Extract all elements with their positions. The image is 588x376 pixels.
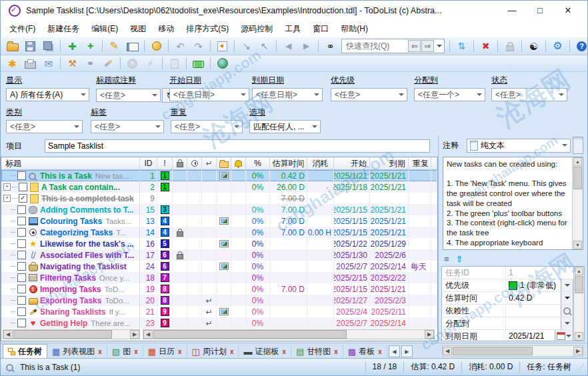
column-header-start[interactable]: 开始	[334, 157, 370, 169]
tab-kanban[interactable]: ▩看板x	[343, 345, 387, 359]
edit-title-button[interactable]: ✎	[106, 39, 123, 53]
tabs-scroll-right-button[interactable]: ▶	[401, 345, 413, 357]
comments-sidebar-button[interactable]	[573, 137, 583, 154]
tab-task-tree[interactable]: 任务树	[3, 344, 47, 359]
sort-button[interactable]: ⇅	[453, 39, 470, 53]
dropdown-button[interactable]	[561, 317, 573, 329]
column-header-percent[interactable]: %	[246, 157, 270, 169]
tab-calendar[interactable]: ▦日历x	[143, 345, 187, 359]
dependency-picker-button[interactable]	[561, 305, 573, 317]
filter-recurrence-select[interactable]: <任意>	[171, 120, 243, 133]
lock-tasklist-button[interactable]	[501, 39, 518, 53]
close-button[interactable]: ✕	[554, 1, 582, 21]
scroll-down-icon[interactable]: ▼	[575, 332, 583, 341]
filter-start-date-select[interactable]: <任意日期>	[169, 88, 249, 101]
column-header-spent[interactable]: 消耗	[307, 157, 334, 169]
scroll-right-icon[interactable]: ▶	[573, 347, 583, 355]
tab-close-icon[interactable]: x	[178, 348, 182, 355]
spellcheck-button[interactable]: ✱	[4, 57, 21, 71]
help-button[interactable]: ?	[573, 39, 588, 53]
attribute-allocated-to[interactable]: 分配到	[442, 317, 573, 330]
task-checkbox[interactable]	[17, 307, 26, 316]
task-checkbox[interactable]	[17, 251, 26, 259]
resize-grip[interactable]: ⋰	[578, 363, 587, 371]
dropdown-button[interactable]	[561, 279, 573, 291]
task-checkbox[interactable]: ✓	[19, 194, 27, 203]
task-row[interactable]: Associated Files with T...1760%2025/1/30…	[1, 249, 437, 261]
column-header-due[interactable]: 到期	[370, 157, 409, 169]
cancel-button[interactable]: ✕	[124, 57, 141, 71]
filter-due-date-select[interactable]: <任意日期>	[252, 88, 323, 101]
task-row[interactable]: This is a TaskNew tas...110%0.42 D2025/1…	[1, 170, 437, 181]
menu-item-2[interactable]: 编辑(E)	[85, 23, 124, 35]
quick-find-dropdown[interactable]	[434, 42, 444, 50]
scroll-right-icon[interactable]: ▶	[425, 330, 434, 339]
column-header-priority[interactable]: !	[157, 157, 173, 169]
tab-close-icon[interactable]: x	[378, 348, 382, 355]
custom-tools-button[interactable]: ⚒	[64, 57, 81, 71]
filter-options-select[interactable]: 匹配任何人, ...	[249, 120, 321, 133]
tab-close-icon[interactable]: x	[282, 348, 286, 355]
column-header-estimate[interactable]: 估算时间	[270, 157, 307, 169]
column-header-repeat[interactable]: 重复	[409, 157, 431, 169]
filter-category-select[interactable]: <任意>	[6, 120, 83, 133]
task-checkbox[interactable]	[17, 285, 26, 293]
columns-hscrollbar[interactable]: ◀▶	[143, 329, 435, 339]
comments-format-select[interactable]: 纯文本	[467, 139, 571, 153]
filter-priority-select[interactable]: <任意>	[331, 88, 407, 101]
task-row[interactable]: ♥Getting HelpThere are...239↵0%2025/2/72…	[1, 317, 437, 329]
tabs-scroll-left-button[interactable]: ◀	[389, 345, 400, 357]
preferences-button[interactable]: ⚙	[549, 39, 566, 53]
print-button[interactable]	[22, 57, 39, 71]
column-header-file-link[interactable]	[217, 157, 231, 169]
filter-tag-select[interactable]: <任意>	[91, 120, 164, 133]
scrollbar-thumb[interactable]	[13, 330, 112, 339]
web-updates-button[interactable]	[214, 57, 231, 71]
delete-task-button[interactable]: ✖	[477, 39, 494, 53]
task-checkbox[interactable]	[17, 273, 26, 282]
task-row[interactable]: Navigating the Tasklist2460%2025/2/72025…	[1, 261, 437, 272]
column-header-id[interactable]: ID	[140, 157, 157, 169]
task-link-button[interactable]: ⚭	[82, 57, 99, 71]
script-button[interactable]	[166, 57, 183, 71]
tab-chart[interactable]: ▧图x	[107, 345, 143, 359]
new-subtask-button[interactable]: ✚	[82, 39, 99, 53]
new-task-button[interactable]: ✚	[64, 39, 81, 53]
menu-item-4[interactable]: 移动	[152, 23, 180, 35]
tab-gantt[interactable]: ▤甘特图x	[291, 345, 343, 359]
menu-item-5[interactable]: 排序方式(S)	[180, 23, 235, 35]
column-header-lock[interactable]	[173, 157, 187, 169]
minimize-button[interactable]: —	[498, 1, 526, 21]
expand-toggle[interactable]: +	[3, 195, 11, 202]
task-row[interactable]: Sharing TasklistsIf y...219↵0%2025/2/420…	[1, 306, 437, 317]
column-header-reminder[interactable]	[231, 157, 246, 169]
task-row[interactable]: Categorizing TasksT...1440%7.00 D0.00 H2…	[1, 227, 437, 238]
maximize-view-button[interactable]	[214, 39, 231, 53]
column-header-recurrence[interactable]: ↵	[202, 157, 217, 169]
scrollbar-thumb[interactable]	[153, 330, 347, 339]
attribute-due-date[interactable]: 到期日期2025/1/21	[442, 330, 573, 341]
attribute-task-id[interactable]: 任务ID1	[442, 267, 573, 279]
project-title-input[interactable]	[45, 139, 430, 153]
quick-find-next-button[interactable]: ⇨	[421, 40, 434, 52]
run-tool-button[interactable]: ⚡	[142, 57, 159, 71]
menu-item-9[interactable]: 帮助(H)	[335, 23, 374, 35]
attributes-hscrollbar[interactable]: ◀ ▶	[442, 345, 583, 357]
scroll-right-icon[interactable]: ▶	[130, 330, 139, 339]
date-picker-button[interactable]	[555, 330, 573, 341]
tab-close-icon[interactable]: x	[98, 348, 102, 355]
scroll-up-icon[interactable]: ▲	[573, 157, 582, 166]
tab-week-planner[interactable]: ◫周计划x	[187, 345, 239, 359]
task-row[interactable]: Filtering TasksOnce y...1870%2025/2/1520…	[1, 272, 437, 283]
column-header-time[interactable]	[187, 157, 202, 169]
attribute-priority[interactable]: 优先级1 (非常低)	[442, 279, 573, 292]
attribute-dependency[interactable]: 依赖性	[442, 305, 573, 317]
scrollbar-thumb[interactable]	[575, 276, 583, 293]
quick-find-prev-button[interactable]: ⇦	[408, 40, 421, 52]
filter-status-select[interactable]: <任意>	[491, 88, 567, 101]
save-tasklist-button[interactable]	[22, 39, 39, 53]
scroll-up-icon[interactable]: ▲	[575, 267, 583, 275]
column-header-title[interactable]: 标题	[1, 157, 140, 169]
sort-ascending-icon[interactable]: ⇧	[456, 254, 463, 264]
task-checkbox[interactable]	[17, 217, 26, 225]
